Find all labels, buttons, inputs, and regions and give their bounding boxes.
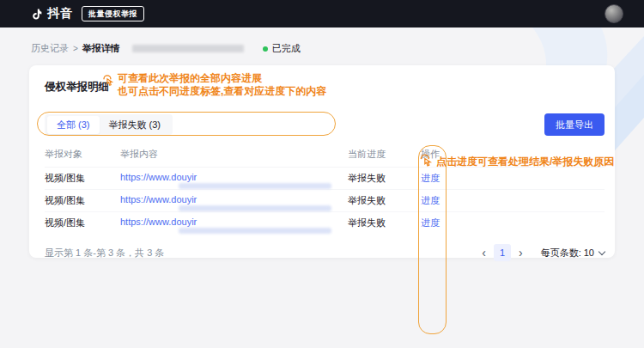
batch-export-button[interactable]: 批量导出 bbox=[544, 113, 605, 136]
column-header-progress: 当前进度 bbox=[348, 148, 421, 161]
cell-progress: 举报失败 bbox=[348, 217, 421, 229]
breadcrumb-history-link[interactable]: 历史记录 bbox=[31, 42, 69, 55]
breadcrumb-separator: > bbox=[73, 44, 78, 53]
page-number-button[interactable]: 1 bbox=[494, 244, 511, 261]
cell-target: 视频/图集 bbox=[45, 217, 120, 229]
cell-action: 进度 bbox=[421, 172, 605, 185]
pagination-summary: 显示第 1 条-第 3 条，共 3 条 bbox=[45, 247, 164, 259]
cell-target: 视频/图集 bbox=[45, 172, 120, 185]
progress-tabs: 全部 (3) 举报失败 (3) bbox=[45, 114, 173, 135]
annotation-progress-tip: 点击进度可查看处理结果/举报失败原因 bbox=[436, 156, 614, 168]
chevron-left-icon[interactable]: ‹ bbox=[480, 245, 488, 260]
page-size-select[interactable]: 每页条数: 10 bbox=[541, 247, 605, 259]
tab-all[interactable]: 全部 (3) bbox=[47, 116, 100, 134]
progress-detail-link[interactable]: 进度 bbox=[421, 173, 440, 183]
cell-content: https://www.douyir bbox=[120, 194, 348, 205]
status-dot-icon bbox=[263, 46, 268, 52]
cell-progress: 举报失败 bbox=[348, 172, 421, 185]
product-badge: 批量侵权举报 bbox=[82, 6, 144, 21]
table-row: 视频/图集 https://www.douyir 举报失败 进度 bbox=[45, 212, 605, 235]
redacted-report-id bbox=[132, 45, 244, 52]
table-row: 视频/图集 https://www.douyir 举报失败 进度 bbox=[45, 190, 605, 212]
pagination: ‹ 1 › 每页条数: 10 bbox=[480, 244, 605, 261]
report-detail-card: 侵权举报明细 可查看此次举报的全部内容进展 也可点击不同进度标签,查看对应进度下… bbox=[29, 65, 615, 258]
douyin-logo-icon bbox=[31, 7, 44, 21]
cell-target: 视频/图集 bbox=[45, 194, 120, 207]
cell-content: https://www.douyir bbox=[120, 217, 348, 227]
table-row: 视频/图集 https://www.douyir 举报失败 进度 bbox=[45, 168, 605, 190]
avatar[interactable] bbox=[605, 4, 623, 23]
cell-progress: 举报失败 bbox=[348, 194, 421, 207]
redacted-url bbox=[179, 228, 331, 234]
report-url-link[interactable]: https://www.douyir bbox=[120, 172, 197, 182]
top-navigation-bar: 抖音 批量侵权举报 bbox=[0, 0, 644, 27]
table-footer: 显示第 1 条-第 3 条，共 3 条 ‹ 1 › 每页条数: 10 bbox=[45, 244, 605, 261]
report-url-link[interactable]: https://www.douyir bbox=[120, 217, 197, 227]
tab-report-failed[interactable]: 举报失败 (3) bbox=[100, 116, 171, 134]
cell-action: 进度 bbox=[421, 217, 605, 229]
progress-detail-link[interactable]: 进度 bbox=[421, 217, 440, 228]
page-size-label: 每页条数: 10 bbox=[541, 247, 594, 259]
brand-name: 抖音 bbox=[47, 6, 73, 21]
annotation-tabs-line1: 可查看此次举报的全部内容进展 bbox=[118, 72, 326, 85]
redacted-url bbox=[179, 183, 331, 189]
report-url-link[interactable]: https://www.douyir bbox=[120, 194, 197, 205]
status-badge: 已完成 bbox=[263, 42, 301, 55]
cell-action: 进度 bbox=[421, 194, 605, 207]
breadcrumb: 历史记录 > 举报详情 已完成 bbox=[0, 27, 644, 55]
annotation-tabs-line2: 也可点击不同进度标签,查看对应进度下的内容 bbox=[118, 85, 326, 98]
redacted-url bbox=[179, 205, 331, 211]
breadcrumb-current: 举报详情 bbox=[82, 42, 120, 55]
chevron-down-icon bbox=[598, 247, 605, 254]
cell-content: https://www.douyir bbox=[120, 172, 348, 182]
progress-detail-link[interactable]: 进度 bbox=[421, 195, 440, 205]
tabs-row: 全部 (3) 举报失败 (3) 批量导出 bbox=[45, 114, 605, 135]
chevron-right-icon[interactable]: › bbox=[517, 245, 525, 260]
column-header-target: 举报对象 bbox=[45, 148, 120, 161]
status-label: 已完成 bbox=[272, 42, 301, 55]
click-hand-icon bbox=[101, 74, 114, 88]
annotation-tabs-tip: 可查看此次举报的全部内容进展 也可点击不同进度标签,查看对应进度下的内容 bbox=[101, 72, 326, 98]
column-header-content: 举报内容 bbox=[120, 148, 348, 161]
click-hand-icon bbox=[418, 153, 433, 168]
